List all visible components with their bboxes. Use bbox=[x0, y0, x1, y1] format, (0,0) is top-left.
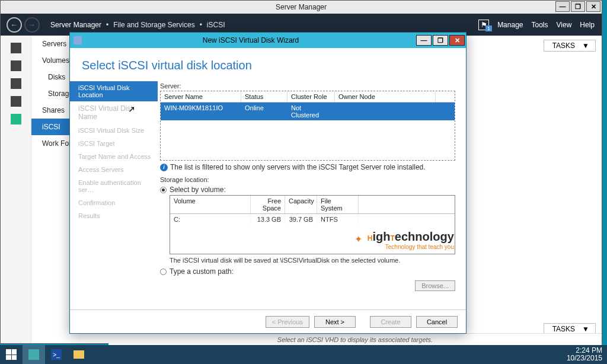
taskbar-powershell[interactable]: >_ bbox=[45, 345, 68, 364]
notification-badge: 1 bbox=[485, 25, 492, 31]
taskbar-explorer[interactable] bbox=[68, 345, 90, 364]
cell-server-name: WIN-M09KM1811IO bbox=[161, 103, 241, 120]
wizard-minimize-button[interactable]: — bbox=[416, 35, 432, 46]
cancel-button[interactable]: Cancel bbox=[416, 316, 458, 328]
next-button[interactable]: Next > bbox=[314, 316, 356, 328]
save-path-note: The iSCSI virtual disk will be saved at … bbox=[170, 257, 455, 264]
cell-file-system: NTFS bbox=[317, 214, 359, 225]
wizard-heading-area: Select iSCSI virtual disk location bbox=[70, 48, 466, 77]
file-services-icon[interactable] bbox=[11, 96, 21, 107]
step-confirmation: Confirmation bbox=[70, 196, 158, 209]
status-hint: Select an iSCSI VHD to display its assoc… bbox=[108, 333, 602, 346]
filter-note-text: The list is filtered to show only server… bbox=[170, 163, 426, 171]
sm-maximize-button[interactable]: ❐ bbox=[571, 1, 585, 12]
tasks-label: TASKS bbox=[552, 41, 575, 50]
col-server-name[interactable]: Server Name bbox=[161, 91, 241, 102]
step-name: iSCSI Virtual Disk Name bbox=[70, 101, 158, 124]
chevron-down-icon: ▼ bbox=[582, 325, 589, 333]
wizard-footer: < Previous Next > Create Cancel bbox=[70, 309, 466, 333]
breadcrumb: Server Manager • File and Storage Servic… bbox=[50, 21, 225, 29]
cell-role: Not Clustered bbox=[287, 103, 335, 120]
browse-button: Browse... bbox=[415, 280, 455, 291]
server-label: Server: bbox=[160, 82, 455, 90]
wizard-app-icon bbox=[74, 36, 82, 44]
start-button[interactable] bbox=[0, 345, 23, 364]
dashboard-icon[interactable] bbox=[11, 43, 21, 53]
volume-grid-header: Volume Free Space Capacity File System bbox=[170, 196, 455, 214]
breadcrumb-c[interactable]: iSCSI bbox=[207, 21, 225, 29]
col-status[interactable]: Status bbox=[241, 91, 287, 102]
breadcrumb-b[interactable]: File and Storage Services bbox=[113, 21, 194, 29]
sm-minimize-button[interactable]: — bbox=[555, 1, 570, 12]
step-target: iSCSI Target bbox=[70, 137, 158, 150]
step-target-name: Target Name and Access bbox=[70, 150, 158, 163]
taskbar-server-manager[interactable] bbox=[23, 345, 45, 364]
server-row[interactable]: WIN-M09KM1811IO Online Not Clustered bbox=[161, 103, 455, 120]
step-authentication: Enable authentication ser… bbox=[70, 176, 158, 196]
col-volume[interactable]: Volume bbox=[170, 196, 251, 213]
wizard-content: Server: Server Name Status Cluster Role … bbox=[158, 79, 466, 309]
create-button: Create bbox=[370, 316, 411, 328]
server-grid[interactable]: Server Name Status Cluster Role Owner No… bbox=[160, 91, 455, 161]
col-free-space[interactable]: Free Space bbox=[251, 196, 285, 213]
menu-help[interactable]: Help bbox=[580, 21, 595, 29]
nav-forward-icon: → bbox=[24, 17, 40, 33]
storage-location-label: Storage location: bbox=[160, 176, 455, 183]
col-cluster-role[interactable]: Cluster Role bbox=[287, 91, 335, 102]
wizard-heading: Select iSCSI virtual disk location bbox=[82, 59, 454, 72]
sm-close-button[interactable]: ✕ bbox=[586, 1, 600, 12]
all-servers-icon[interactable] bbox=[11, 78, 21, 89]
wizard-step-list: iSCSI Virtual Disk Location iSCSI Virtua… bbox=[70, 79, 158, 309]
cell-owner bbox=[335, 103, 436, 120]
windows-logo-icon bbox=[6, 349, 17, 360]
volume-row[interactable]: C: 13.3 GB 39.7 GB NTFS bbox=[170, 214, 455, 225]
server-manager-icon bbox=[28, 349, 39, 360]
col-owner-node[interactable]: Owner Node bbox=[335, 91, 436, 102]
taskbar[interactable]: >_ 2:24 PM 10/23/2015 bbox=[0, 345, 607, 364]
step-size: iSCSI Virtual Disk Size bbox=[70, 124, 158, 137]
notifications-flag-icon[interactable]: ⚑1 bbox=[478, 20, 489, 30]
menu-tools[interactable]: Tools bbox=[532, 21, 548, 29]
cell-status: Online bbox=[241, 103, 287, 120]
cell-free-space: 13.3 GB bbox=[251, 214, 285, 225]
sm-icon-column bbox=[1, 36, 31, 343]
local-server-icon[interactable] bbox=[11, 60, 21, 71]
radio-dot-off-icon bbox=[160, 269, 167, 275]
tasks-label: TASKS bbox=[552, 325, 575, 333]
wizard-maximize-button[interactable]: ❐ bbox=[433, 35, 448, 46]
sm-titlebar: Server Manager — ❐ ✕ bbox=[1, 1, 602, 14]
col-capacity[interactable]: Capacity bbox=[285, 196, 317, 213]
folder-icon bbox=[74, 350, 84, 359]
step-location[interactable]: iSCSI Virtual Disk Location bbox=[70, 81, 158, 101]
sm-title-text: Server Manager bbox=[276, 3, 327, 11]
step-results: Results bbox=[70, 209, 158, 222]
menu-manage[interactable]: Manage bbox=[497, 21, 523, 29]
clock-date: 10/23/2015 bbox=[567, 355, 602, 362]
radio-dot-on-icon bbox=[160, 187, 167, 193]
storage-icon[interactable] bbox=[11, 114, 21, 124]
step-access-servers: Access Servers bbox=[70, 163, 158, 176]
wizard-close-button[interactable]: ✕ bbox=[449, 35, 465, 46]
volume-grid[interactable]: Volume Free Space Capacity File System C… bbox=[170, 195, 455, 254]
breadcrumb-a[interactable]: Server Manager bbox=[50, 21, 101, 29]
menu-view[interactable]: View bbox=[557, 21, 572, 29]
cell-capacity: 39.7 GB bbox=[285, 214, 317, 225]
info-icon: i bbox=[160, 164, 168, 171]
cell-volume: C: bbox=[170, 214, 251, 225]
previous-button: < Previous bbox=[266, 316, 309, 328]
filter-info-bar: i The list is filtered to show only serv… bbox=[160, 161, 455, 174]
tasks-dropdown-top[interactable]: TASKS▼ bbox=[544, 40, 596, 52]
radio-volume-label: Select by volume: bbox=[170, 186, 226, 194]
radio-custom-label: Type a custom path: bbox=[170, 267, 234, 276]
wizard-title-text: New iSCSI Virtual Disk Wizard bbox=[85, 36, 416, 44]
iscsi-wizard-dialog: New iSCSI Virtual Disk Wizard — ❐ ✕ Sele… bbox=[69, 32, 467, 334]
server-grid-header: Server Name Status Cluster Role Owner No… bbox=[161, 91, 455, 103]
col-file-system[interactable]: File System bbox=[317, 196, 359, 213]
radio-select-by-volume[interactable]: Select by volume: bbox=[160, 186, 455, 194]
taskbar-clock[interactable]: 2:24 PM 10/23/2015 bbox=[562, 347, 607, 362]
nav-back-icon[interactable]: ← bbox=[7, 17, 22, 33]
radio-custom-path[interactable]: Type a custom path: bbox=[160, 267, 455, 276]
chevron-down-icon: ▼ bbox=[582, 41, 589, 50]
wizard-titlebar[interactable]: New iSCSI Virtual Disk Wizard — ❐ ✕ bbox=[70, 33, 466, 48]
